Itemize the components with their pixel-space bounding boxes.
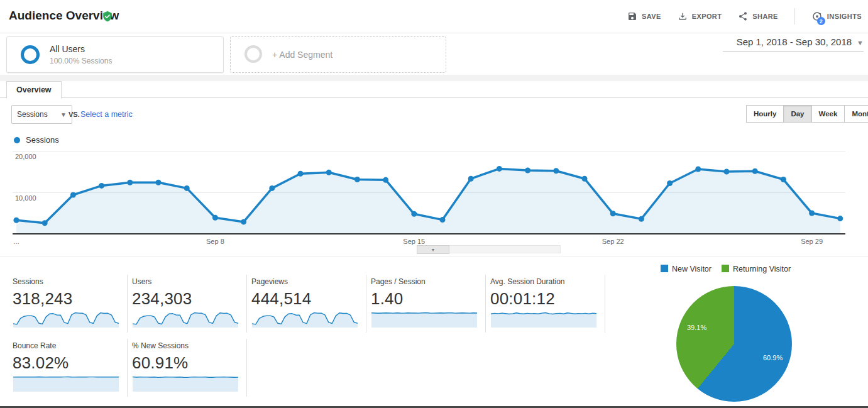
scorecard-label: Sessions bbox=[13, 277, 123, 286]
tabbar-background bbox=[0, 75, 868, 81]
scorecard-label: % New Sessions bbox=[132, 341, 242, 350]
sessions-legend-label: Sessions bbox=[26, 135, 59, 145]
export-label: EXPORT bbox=[692, 13, 722, 20]
vs-label: vs. bbox=[69, 111, 80, 118]
metric-dropdown-value: Sessions bbox=[17, 110, 48, 119]
scorecard-sessions: Sessions 318,243 bbox=[13, 277, 123, 328]
scorecard-value: 444,514 bbox=[251, 289, 361, 309]
scorecard-users: Users 234,303 bbox=[132, 277, 242, 328]
segment-ring-icon bbox=[21, 45, 40, 64]
granularity-month-button[interactable]: Month bbox=[844, 105, 868, 123]
sessions-legend-dot-icon bbox=[14, 137, 20, 143]
pie-legend: New Visitor Returning Visitor bbox=[661, 265, 791, 273]
pageviews-sparkline[interactable] bbox=[251, 311, 358, 328]
save-label: SAVE bbox=[642, 13, 661, 20]
date-range-label: Sep 1, 2018 - Sep 30, 2018 bbox=[737, 36, 852, 47]
scorecard-new-sessions: % New Sessions 60.91% bbox=[132, 341, 242, 392]
scorecard-label: Users bbox=[132, 277, 242, 286]
scorecard-value: 1.40 bbox=[371, 289, 481, 309]
card-separator bbox=[366, 275, 366, 333]
scorecard-label: Pageviews bbox=[251, 277, 361, 286]
sessions-sparkline[interactable] bbox=[13, 311, 119, 328]
tab-overview-label: Overview bbox=[16, 85, 52, 94]
users-sparkline[interactable] bbox=[132, 311, 239, 328]
select-metric-link[interactable]: Select a metric bbox=[80, 110, 133, 119]
x-tick-label: Sep 22 bbox=[602, 238, 624, 245]
share-icon bbox=[738, 11, 748, 21]
export-icon bbox=[678, 11, 688, 21]
scorecard-bounce-rate: Bounce Rate 83.02% bbox=[13, 341, 123, 392]
chevron-down-icon: ▼ bbox=[60, 111, 67, 118]
scorecard-value: 318,243 bbox=[13, 289, 123, 309]
visitor-type-pie-chart[interactable]: 60.9% 39.1% bbox=[676, 286, 792, 402]
avg-session-duration-sparkline[interactable] bbox=[490, 311, 597, 328]
card-separator bbox=[605, 275, 605, 333]
x-tick-label: Sep 29 bbox=[801, 238, 823, 245]
scorecard-label: Pages / Session bbox=[371, 277, 481, 286]
pie-legend-item-new: New Visitor bbox=[661, 265, 711, 273]
x-axis-line bbox=[13, 233, 845, 234]
report-header: Audience Overview SAVE EXPORT SHARE 2 I bbox=[0, 0, 868, 33]
segment-all-users[interactable]: All Users 100.00% Sessions bbox=[6, 36, 224, 73]
report-toolbar: SAVE EXPORT SHARE 2 INSIGHTS bbox=[627, 0, 862, 33]
scorecard-label: Avg. Session Duration bbox=[490, 277, 600, 286]
insights-label: INSIGHTS bbox=[827, 13, 862, 20]
sessions-line-chart[interactable] bbox=[13, 147, 845, 234]
pie-legend-label: Returning Visitor bbox=[733, 265, 791, 273]
segment-subtitle: 100.00% Sessions bbox=[50, 57, 112, 65]
annotations-expander[interactable]: ▼ bbox=[417, 245, 449, 254]
new-sessions-sparkline[interactable] bbox=[132, 375, 239, 392]
pie-legend-item-returning: Returning Visitor bbox=[722, 265, 791, 273]
card-separator bbox=[246, 275, 247, 333]
export-button[interactable]: EXPORT bbox=[678, 11, 722, 21]
add-segment-label: + Add Segment bbox=[272, 50, 332, 60]
pages-per-session-sparkline[interactable] bbox=[371, 311, 478, 328]
card-separator bbox=[127, 339, 128, 397]
add-segment-button[interactable]: + Add Segment bbox=[230, 36, 446, 73]
scorecard-label: Bounce Rate bbox=[13, 341, 123, 350]
save-icon bbox=[627, 11, 637, 21]
card-separator bbox=[485, 275, 486, 333]
x-tick-label: Sep 15 bbox=[403, 238, 425, 245]
section-divider bbox=[0, 256, 868, 256]
scorecard-value: 234,303 bbox=[132, 289, 242, 309]
date-range-selector[interactable]: Sep 1, 2018 - Sep 30, 2018▼ bbox=[723, 36, 864, 52]
insights-button[interactable]: 2 INSIGHTS bbox=[811, 11, 862, 22]
x-tick-label: Sep 8 bbox=[206, 238, 224, 245]
toolbar-divider bbox=[794, 8, 795, 25]
segment-title: All Users bbox=[50, 44, 85, 54]
verified-shield-icon bbox=[102, 10, 113, 23]
scorecard-value: 60.91% bbox=[132, 353, 242, 373]
tabbar-border bbox=[0, 97, 868, 98]
metric-dropdown[interactable]: Sessions ▼ bbox=[11, 105, 72, 124]
pie-slice-label-returning: 39.1% bbox=[687, 324, 706, 331]
granularity-switcher: Hourly Day Week Month bbox=[747, 105, 868, 123]
pie-legend-label: New Visitor bbox=[672, 265, 711, 273]
card-separator bbox=[127, 275, 128, 333]
tab-overview[interactable]: Overview bbox=[6, 81, 62, 99]
share-label: SHARE bbox=[752, 13, 778, 20]
returning-visitor-swatch-icon bbox=[722, 265, 729, 272]
granularity-week-button[interactable]: Week bbox=[811, 105, 845, 123]
pie-slice-label-new: 60.9% bbox=[763, 354, 783, 361]
chart-legend: Sessions bbox=[14, 135, 59, 145]
card-separator bbox=[246, 339, 247, 397]
granularity-day-button[interactable]: Day bbox=[783, 105, 811, 123]
x-tick-label: ... bbox=[13, 238, 19, 245]
add-segment-ring-icon bbox=[244, 45, 262, 63]
audience-overview-page: Audience Overview SAVE EXPORT SHARE 2 I bbox=[0, 0, 868, 408]
bounce-rate-sparkline[interactable] bbox=[13, 375, 119, 392]
scorecard-value: 83.02% bbox=[13, 353, 123, 373]
granularity-hourly-button[interactable]: Hourly bbox=[746, 105, 784, 123]
scorecard-pages-per-session: Pages / Session 1.40 bbox=[371, 277, 481, 328]
scorecard-pageviews: Pageviews 444,514 bbox=[251, 277, 361, 328]
save-button[interactable]: SAVE bbox=[627, 11, 661, 21]
scorecard-avg-session-duration: Avg. Session Duration 00:01:12 bbox=[490, 277, 600, 328]
insights-count-badge: 2 bbox=[817, 17, 825, 25]
new-visitor-swatch-icon bbox=[661, 265, 668, 272]
chevron-down-icon: ▼ bbox=[857, 39, 864, 47]
scorecard-value: 00:01:12 bbox=[490, 289, 600, 309]
share-button[interactable]: SHARE bbox=[738, 11, 778, 21]
